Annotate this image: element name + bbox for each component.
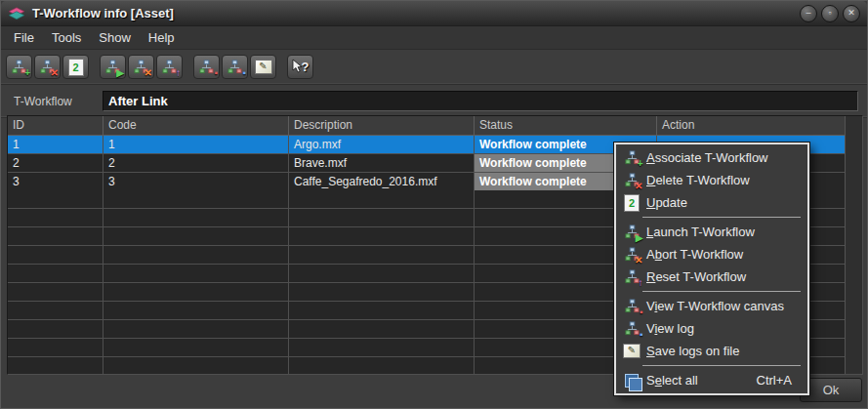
workflow-launch-icon: ▶ bbox=[105, 60, 120, 74]
select-all-icon bbox=[622, 372, 641, 389]
cell-id: 2 bbox=[8, 154, 103, 173]
workflow-abort-icon: ✕ bbox=[622, 247, 641, 262]
workflow-view-canvas-icon: ▪ bbox=[199, 60, 214, 74]
save-logs-button[interactable]: ✎ bbox=[250, 55, 276, 79]
cell-description: Caffe_Segafredo_2016.mxf bbox=[289, 173, 475, 191]
menu-item-reset-tworkflow[interactable]: ↑ Reset T-Workflow bbox=[616, 266, 807, 288]
workflow-view-log-icon: ▪ bbox=[227, 60, 242, 74]
workflow-launch-icon: ▶ bbox=[622, 225, 641, 239]
cell-code: 3 bbox=[103, 173, 289, 191]
cell-id: 1 bbox=[8, 136, 103, 154]
column-header-action[interactable]: Action bbox=[657, 116, 846, 135]
view-canvas-button[interactable]: ▪ bbox=[193, 55, 220, 79]
column-header-description[interactable]: Description bbox=[289, 116, 475, 135]
app-logo-icon bbox=[8, 5, 25, 22]
menu-item-label: View T-Workflow canvas bbox=[646, 299, 784, 313]
menu-item-view-canvas[interactable]: ▪ View T-Workflow canvas bbox=[616, 295, 807, 317]
view-log-button[interactable]: ▪ bbox=[222, 55, 248, 79]
menu-item-shortcut: Ctrl+A bbox=[757, 373, 800, 388]
workflow-associate-icon: + bbox=[12, 60, 26, 74]
context-menu: + Associate T-Workflow ✕ Delete T-Workfl… bbox=[614, 143, 809, 395]
associate-tworkflow-button[interactable]: + bbox=[6, 55, 32, 79]
menu-item-launch-tworkflow[interactable]: ▶ Launch T-Workflow bbox=[616, 221, 807, 243]
menu-item-label: Select all bbox=[646, 373, 698, 388]
workflow-view-log-icon: ▪ bbox=[622, 321, 641, 336]
menu-show[interactable]: Show bbox=[90, 28, 140, 47]
maximize-button[interactable]: ▫ bbox=[821, 5, 839, 22]
workflow-delete-icon: ✕ bbox=[40, 60, 55, 74]
workflow-associate-icon: + bbox=[622, 150, 641, 165]
column-header-status[interactable]: Status bbox=[475, 116, 657, 135]
menu-item-label: Update bbox=[646, 195, 687, 210]
menu-separator bbox=[642, 365, 801, 366]
reset-tworkflow-button[interactable]: ↑ bbox=[156, 55, 183, 79]
tworkflow-label: T-Workflow bbox=[14, 95, 103, 108]
save-logs-icon: ✎ bbox=[255, 60, 272, 74]
menu-item-save-logs[interactable]: ✎ Save logs on file bbox=[616, 340, 807, 362]
update-icon: 2 bbox=[68, 59, 84, 76]
menu-item-select-all[interactable]: Select all Ctrl+A bbox=[616, 369, 807, 391]
column-grid-line bbox=[103, 190, 103, 374]
cell-description: Brave.mxf bbox=[289, 154, 475, 173]
menu-separator bbox=[642, 291, 801, 292]
column-header-code[interactable]: Code bbox=[103, 116, 289, 135]
update-icon: 2 bbox=[622, 194, 641, 212]
menu-item-label: Associate T-Workflow bbox=[646, 150, 768, 165]
tworkflow-name-input[interactable] bbox=[103, 91, 858, 111]
close-button[interactable]: ✕ bbox=[843, 5, 860, 22]
menu-item-associate-tworkflow[interactable]: + Associate T-Workflow bbox=[616, 146, 807, 169]
menu-item-label: Reset T-Workflow bbox=[646, 269, 746, 284]
cell-code: 1 bbox=[103, 136, 289, 154]
menu-item-delete-tworkflow[interactable]: ✕ Delete T-Workflow bbox=[616, 169, 807, 191]
minimize-button[interactable]: – bbox=[800, 5, 817, 22]
menu-item-view-log[interactable]: ▪ View log bbox=[616, 317, 807, 340]
save-logs-icon: ✎ bbox=[622, 344, 641, 358]
cell-description: Argo.mxf bbox=[289, 136, 475, 154]
tworkflow-form-row: T-Workflow bbox=[1, 85, 867, 118]
menu-item-label: Delete T-Workflow bbox=[646, 173, 750, 187]
workflow-abort-icon: ✕ bbox=[134, 60, 148, 74]
toolbar: + ✕ 2 ▶ ✕ ↑ bbox=[1, 50, 867, 85]
menu-bar: File Tools Show Help bbox=[1, 26, 867, 50]
tworkflow-info-window: T-Workflow info [Asset] – ▫ ✕ File Tools… bbox=[0, 0, 868, 409]
cell-code: 2 bbox=[103, 154, 289, 173]
menu-item-label: Abort T-Workflow bbox=[646, 247, 743, 262]
table-scrollbar-track[interactable] bbox=[845, 116, 862, 374]
menu-file[interactable]: File bbox=[5, 28, 43, 47]
menu-item-label: View log bbox=[646, 321, 694, 336]
workflow-delete-icon: ✕ bbox=[622, 173, 641, 187]
update-button[interactable]: 2 bbox=[62, 55, 89, 79]
menu-item-update[interactable]: 2 Update bbox=[616, 191, 807, 214]
workflow-view-canvas-icon: ▪ bbox=[622, 299, 641, 313]
column-grid-line bbox=[474, 190, 475, 374]
workflow-reset-icon: ↑ bbox=[622, 269, 641, 284]
launch-tworkflow-button[interactable]: ▶ bbox=[100, 55, 126, 79]
table-header-row: ID Code Description Status Action bbox=[8, 116, 862, 136]
menu-item-label: Save logs on file bbox=[646, 344, 739, 358]
menu-item-label: Launch T-Workflow bbox=[646, 225, 755, 239]
abort-tworkflow-button[interactable]: ✕ bbox=[128, 55, 154, 79]
column-header-id[interactable]: ID bbox=[8, 116, 103, 135]
cell-id: 3 bbox=[8, 173, 103, 191]
delete-tworkflow-button[interactable]: ✕ bbox=[34, 55, 61, 79]
window-title: T-Workflow info [Asset] bbox=[32, 6, 796, 20]
menu-item-abort-tworkflow[interactable]: ✕ Abort T-Workflow bbox=[616, 243, 807, 266]
menu-help[interactable]: Help bbox=[140, 28, 184, 47]
workflow-reset-icon: ↑ bbox=[162, 60, 177, 74]
title-bar[interactable]: T-Workflow info [Asset] – ▫ ✕ bbox=[1, 1, 867, 26]
column-grid-line bbox=[288, 190, 289, 374]
menu-tools[interactable]: Tools bbox=[43, 28, 90, 47]
menu-separator bbox=[642, 217, 801, 218]
help-cursor-icon: ? bbox=[292, 59, 310, 76]
help-button[interactable]: ? bbox=[287, 55, 313, 79]
